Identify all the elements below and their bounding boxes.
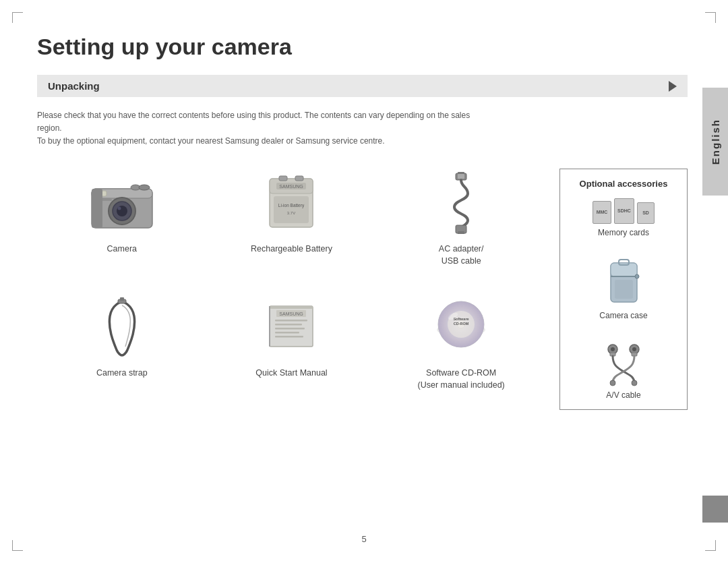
av-cable-label: A/V cable	[606, 390, 640, 400]
description: Please check that you have the correct c…	[37, 109, 495, 148]
svg-rect-15	[279, 176, 287, 181]
av-cable-icon	[603, 339, 644, 386]
manual-label: Quick Start Manual	[255, 367, 327, 380]
battery-icon: SAMSUNG Li-ion Battery 3.7V	[264, 172, 318, 233]
svg-rect-32	[275, 324, 302, 326]
svg-text:SAMSUNG: SAMSUNG	[280, 184, 303, 189]
main-content: Setting up your camera Unpacking Please …	[37, 34, 688, 410]
svg-rect-35	[275, 336, 303, 338]
arrow-right-icon	[669, 81, 677, 92]
page: English Setting up your camera Unpacking…	[0, 0, 728, 563]
svg-text:CD-ROM: CD-ROM	[453, 322, 468, 326]
strap-label: Camera strap	[96, 367, 148, 380]
bottom-right-tab	[702, 496, 728, 523]
cdrom-image: Software CD-ROM	[424, 293, 498, 360]
memory-cards-label: Memory cards	[598, 228, 649, 237]
svg-point-8	[139, 185, 150, 190]
sdhc-card: SDHC	[614, 198, 634, 224]
manual-image: SAMSUNG	[254, 293, 328, 360]
list-item: Software CD-ROM Software CD-ROM(User man…	[376, 293, 546, 410]
list-item: SAMSUNG Li-ion Battery 3.7V Rechargeable…	[207, 169, 377, 286]
svg-point-5	[117, 206, 121, 210]
camera-label: Camera	[107, 243, 137, 256]
svg-point-53	[611, 347, 615, 351]
svg-rect-17	[274, 196, 309, 223]
language-tab: English	[702, 88, 728, 196]
svg-point-56	[632, 347, 636, 351]
cable-image	[424, 169, 498, 236]
corner-mark-tl	[12, 12, 23, 23]
list-item: AC adapter/USB cable	[376, 169, 546, 286]
main-items-grid: Camera SAMSUNG	[37, 169, 546, 410]
svg-rect-23	[458, 231, 464, 234]
strap-image	[85, 293, 159, 360]
items-area: Camera SAMSUNG	[37, 169, 688, 410]
corner-mark-tr	[705, 12, 716, 23]
cdrom-label: Software CD-ROM(User manual included)	[418, 367, 505, 392]
svg-point-59	[632, 380, 637, 386]
corner-mark-bl	[12, 540, 23, 551]
manual-icon: SAMSUNG	[264, 301, 318, 351]
unpacking-banner: Unpacking	[37, 75, 688, 97]
svg-rect-24	[458, 174, 464, 179]
accessories-title: Optional accessories	[580, 179, 668, 189]
camera-image	[85, 169, 159, 236]
optional-accessories-box: Optional accessories MMC SDHC SD Memory …	[559, 169, 688, 410]
svg-rect-16	[295, 176, 303, 181]
description-line2: To buy the optional equipment, contact y…	[37, 136, 385, 146]
acc-item: Camera case	[599, 256, 647, 320]
description-line1: Please check that you have the correct c…	[37, 111, 470, 133]
svg-rect-26	[120, 297, 124, 301]
camera-case-icon	[605, 256, 642, 307]
corner-mark-br	[705, 540, 716, 551]
svg-text:SAMSUNG: SAMSUNG	[280, 312, 303, 316]
memory-cards-image: MMC SDHC SD	[593, 198, 655, 224]
list-item: SAMSUNG Quick Start Manual	[207, 293, 377, 410]
cable-label: AC adapter/USB cable	[439, 243, 484, 268]
svg-rect-34	[275, 332, 299, 334]
section-label: Unpacking	[48, 80, 100, 92]
acc-item: MMC SDHC SD Memory cards	[593, 198, 655, 237]
svg-rect-10	[92, 189, 102, 228]
cable-icon	[437, 170, 485, 234]
svg-point-58	[610, 380, 615, 386]
svg-rect-33	[275, 328, 305, 330]
sd-card: SD	[637, 202, 655, 224]
battery-image: SAMSUNG Li-ion Battery 3.7V	[254, 169, 328, 236]
svg-text:Li-ion Battery: Li-ion Battery	[278, 203, 305, 208]
strap-icon	[102, 296, 142, 357]
language-tab-label: English	[710, 119, 721, 165]
list-item: Camera strap	[37, 293, 207, 410]
camera-icon	[85, 172, 159, 233]
svg-rect-31	[275, 320, 307, 322]
svg-rect-49	[615, 280, 633, 299]
svg-point-51	[635, 274, 639, 278]
cdrom-icon: Software CD-ROM	[433, 297, 490, 355]
camera-case-label: Camera case	[599, 311, 647, 320]
list-item: Camera	[37, 169, 207, 286]
page-title: Setting up your camera	[37, 34, 688, 60]
battery-label: Rechargeable Battery	[251, 243, 332, 256]
mmc-card: MMC	[593, 201, 611, 224]
acc-item: A/V cable	[603, 339, 644, 400]
svg-rect-28	[270, 306, 313, 309]
svg-text:3.7V: 3.7V	[287, 211, 295, 215]
page-number: 5	[361, 534, 366, 544]
